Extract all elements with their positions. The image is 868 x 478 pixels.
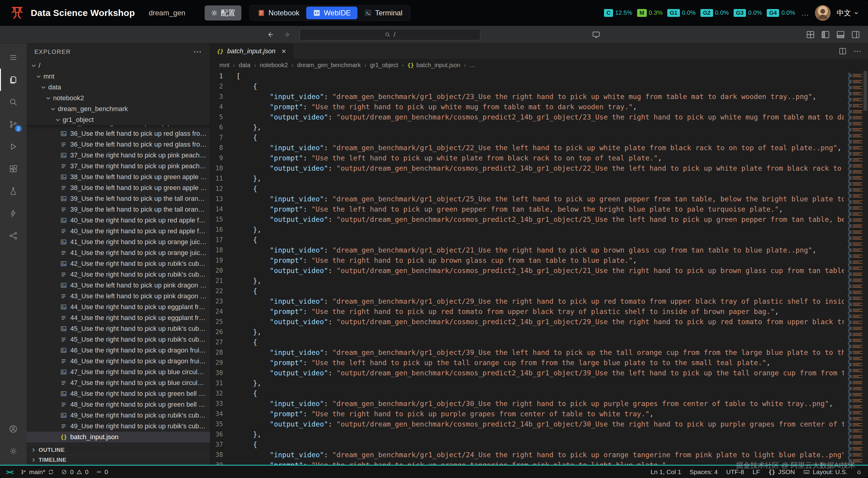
code-content[interactable]: 1[2 {3 "input_video": "dream_gen_benchma… [210,71,844,465]
ports-item[interactable]: 0 [96,468,108,476]
breadcrumb-item[interactable]: dream_gen_benchmark [297,62,361,69]
outline-section[interactable]: OUTLINE [27,445,210,455]
encoding[interactable]: UTF-8 [726,468,744,476]
indentation[interactable]: Spaces: 4 [689,468,718,476]
tree-file[interactable]: 37_Use the right hand to pick up pink pe… [27,161,210,172]
tree-folder-dream_gen_benchmark[interactable]: dream_gen_benchmark [27,104,210,114]
problems-item[interactable]: 0 0 [61,468,88,476]
tree-file[interactable]: 38_Use the left hand to pick up green ap… [27,182,210,193]
tree-folder-gr1_object[interactable]: gr1_object [27,114,210,125]
tree-file[interactable]: 43_Use the left hand to pick up pink dra… [27,280,210,291]
breadcrumb-item[interactable]: gr1_object [370,62,398,69]
back-arrow-icon[interactable] [267,31,274,38]
tree-file[interactable]: 41_Use the right hand to pick up orange … [27,247,210,258]
breadcrumb-item[interactable]: notebook2 [260,62,288,69]
breadcrumb-separator-icon: › [291,62,293,69]
network-extension-icon[interactable] [0,225,27,247]
tree-file[interactable]: 42_Use the right hand to pick up rubik's… [27,258,210,269]
tree-file[interactable]: 39_Use the left hand to pick up the tall… [27,204,210,215]
more-actions-icon[interactable]: ⋯ [854,50,861,53]
top-tab-notebook[interactable]: Notebook [251,7,306,19]
tree-file[interactable]: 47_Use the right hand to pick up blue ci… [27,377,210,388]
image-file-icon [60,282,67,289]
breadcrumb-item[interactable]: data [239,62,250,69]
tree-file[interactable]: 38_Use the left hand to pick up green ap… [27,172,210,182]
tree-file[interactable]: 45_Use the right hand to pick up rubik's… [27,334,210,345]
account-icon[interactable] [0,418,27,440]
toggle-panel-icon[interactable] [836,30,845,39]
tree-file[interactable]: 41_Use the right hand to pick up orange … [27,237,210,247]
monitors-overflow-button[interactable]: … [801,11,809,15]
tree-file[interactable]: 36_Use the left hand to pick up red glas… [27,139,210,150]
tree-file[interactable]: 48_Use the right hand to pick up green b… [27,399,210,410]
scrollbar-thumb[interactable] [864,71,867,111]
tree-file[interactable]: 40_Use the right hand to pick up red app… [27,215,210,226]
tree-file[interactable]: 37_Use the right hand to pick up pink pe… [27,150,210,161]
tree-item-label: 38_Use the left hand to pick up green ap… [70,173,210,181]
toggle-sidebar-right-icon[interactable] [851,30,860,39]
tree-file[interactable]: 44_Use the right hand to pick up eggplan… [27,312,210,323]
tab-batch-input-json[interactable]: {} batch_input.json × [210,43,293,59]
menu-icon[interactable] [0,46,27,69]
tree-file[interactable]: 47_Use the right hand to pick up blue ci… [27,367,210,377]
editor-scrollbar[interactable] [863,71,868,465]
tree-folder-data[interactable]: data [27,82,210,93]
keyboard-layout[interactable]: Layout: U.S. [803,468,847,476]
minimap-line [846,350,863,350]
code-editor[interactable]: 1[2 {3 "input_video": "dream_gen_benchma… [210,71,868,465]
run-debug-icon[interactable] [0,135,27,158]
language-mode[interactable]: {} JSON [769,468,795,476]
minimap[interactable] [844,71,863,465]
timeline-section[interactable]: TIMELINE [27,455,210,465]
tree-folder-mnt[interactable]: mnt [27,71,210,82]
tree-file[interactable]: {}batch_input.json [27,432,210,442]
tree-file[interactable]: 36_Use the left hand to pick up red glas… [27,128,210,139]
breadcrumb-item[interactable]: {}batch_input.json [407,62,460,69]
testing-icon[interactable] [0,180,27,202]
config-button[interactable]: 配置 [205,5,241,21]
git-branch-item[interactable]: main* [21,468,54,476]
cursor-position[interactable]: Ln 1, Col 1 [651,468,681,476]
close-tab-icon[interactable]: × [281,47,286,55]
tree-file[interactable]: 40_Use the right hand to pick up red app… [27,226,210,237]
tree-file[interactable]: 42_Use the right hand to pick up rubik's… [27,269,210,280]
top-tab-webide[interactable]: WebIDE [306,7,358,19]
image-file-icon [60,347,67,354]
customize-layout-icon[interactable] [806,30,815,39]
source-control-icon[interactable]: 2 [0,113,27,135]
tree-file[interactable]: 44_Use the right hand to pick up eggplan… [27,302,210,312]
breadcrumb-item[interactable]: … [470,62,475,69]
monitor-icon[interactable] [592,30,600,39]
more-actions-icon[interactable]: ⋯ [193,50,203,53]
tree-file[interactable]: 46_Use the right hand to pick up dragon … [27,345,210,356]
tree-file[interactable]: 49_Use the right hand to pick up rubik's… [27,421,210,432]
minimap-line [846,172,863,172]
split-editor-icon[interactable] [838,47,847,56]
command-center-search[interactable]: / [300,29,480,40]
tree-folder-notebook2[interactable]: notebook2 [27,93,210,104]
bolt-extension-icon[interactable] [0,202,27,225]
forward-arrow-icon[interactable] [283,31,291,38]
eol-sequence[interactable]: LF [752,468,760,476]
tree-file[interactable]: 39_Use the left hand to pick up the tall… [27,193,210,204]
app-logo-icon[interactable] [9,5,25,21]
breadcrumb-item[interactable]: mnt [219,62,229,69]
tree-folder-[interactable]: / [27,60,210,71]
remote-indicator[interactable]: >< [6,468,13,476]
tree-file[interactable]: 43_Use the left hand to pick up pink dra… [27,291,210,302]
minimap-line [846,144,863,144]
explorer-icon[interactable] [0,69,27,91]
tree-file[interactable]: 48_Use the right hand to pick up green b… [27,388,210,399]
tree-file[interactable]: 49_Use the right hand to pick up rubik's… [27,410,210,421]
settings-gear-icon[interactable] [0,440,27,463]
search-panel-icon[interactable] [0,91,27,113]
toggle-sidebar-left-icon[interactable] [821,30,830,39]
top-tab-terminal[interactable]: Terminal [358,7,409,19]
language-selector[interactable]: 中文 [837,8,859,18]
extensions-icon[interactable] [0,158,27,180]
tree-file[interactable]: 45_Use the right hand to pick up rubik's… [27,323,210,334]
user-avatar[interactable] [815,5,831,21]
tree-file[interactable]: dream_gdata [27,442,210,445]
tree-file[interactable]: 46_Use the right hand to pick up dragon … [27,356,210,367]
notifications-bell-icon[interactable] [856,469,862,475]
